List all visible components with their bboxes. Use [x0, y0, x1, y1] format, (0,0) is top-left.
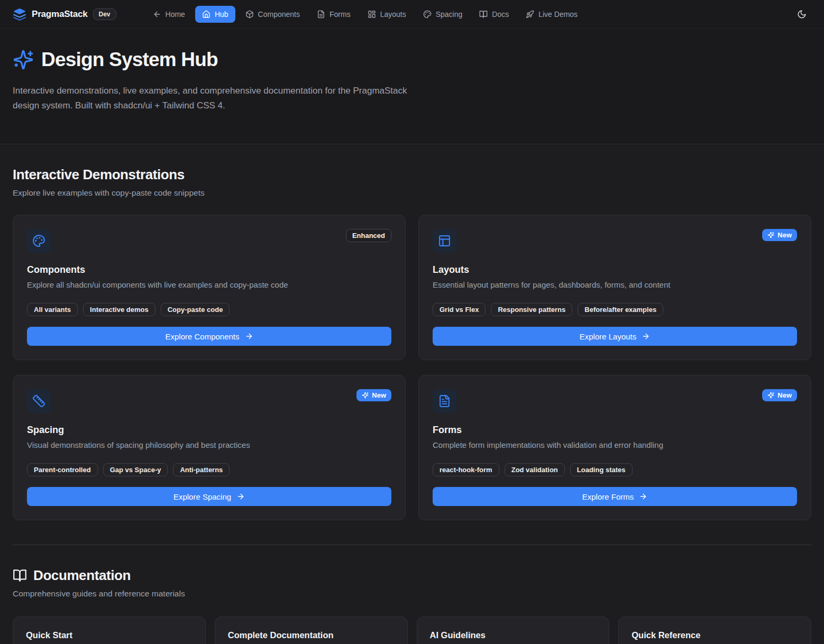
tag-row: All variants Interactive demos Copy-past…	[27, 303, 391, 316]
nav-item-components[interactable]: Components	[239, 6, 307, 23]
doc-card-grid: Quick Start 5-minute crash course Comple…	[13, 617, 811, 644]
nav-item-hub[interactable]: Hub	[195, 6, 235, 23]
explore-forms-button[interactable]: Explore Forms	[433, 487, 797, 506]
layout-grid-icon	[368, 10, 376, 19]
sparkles-icon	[362, 392, 369, 399]
main-content: Interactive Demonstrations Explore live …	[0, 144, 824, 644]
button-label: Explore Components	[165, 332, 239, 341]
moon-icon	[797, 10, 807, 19]
tag: Loading states	[570, 463, 633, 476]
nav-item-label: Live Demos	[538, 10, 578, 19]
explore-components-button[interactable]: Explore Components	[27, 327, 391, 346]
book-open-icon	[479, 10, 488, 19]
rocket-icon	[526, 10, 534, 19]
tag-row: Parent-controlled Gap vs Space-y Anti-pa…	[27, 463, 391, 476]
demo-card-components[interactable]: Enhanced Components Explore all shadcn/u…	[13, 215, 406, 360]
card-title: Forms	[433, 425, 797, 436]
card-title: Spacing	[27, 425, 391, 436]
doc-card-ai-guidelines[interactable]: AI Guidelines Rules for AI code generati…	[417, 617, 610, 644]
card-title: Components	[27, 264, 391, 275]
file-text-icon	[433, 389, 456, 413]
nav-item-label: Home	[166, 10, 185, 19]
arrow-right-icon	[639, 492, 647, 501]
demo-card-layouts[interactable]: New Layouts Essential layout patterns fo…	[418, 215, 811, 360]
tag: Anti-patterns	[173, 463, 230, 476]
tag: Zod validation	[505, 463, 565, 476]
nav-item-label: Components	[258, 10, 300, 19]
nav-item-label: Docs	[492, 10, 509, 19]
card-title: Quick Start	[26, 630, 193, 640]
panels-layout-icon	[433, 229, 456, 253]
tag: Gap vs Space-y	[103, 463, 168, 476]
arrow-left-icon	[153, 10, 161, 19]
button-label: Explore Spacing	[173, 492, 231, 501]
package-icon	[245, 10, 254, 19]
demos-heading: Interactive Demonstrations	[13, 167, 811, 183]
file-text-icon	[317, 10, 325, 19]
card-description: Essential layout patterns for pages, das…	[433, 280, 797, 289]
env-badge: Dev	[93, 8, 116, 20]
book-open-icon	[13, 568, 27, 583]
tag-row: Grid vs Flex Responsive patterns Before/…	[433, 303, 797, 316]
demo-card-spacing[interactable]: New Spacing Visual demonstrations of spa…	[13, 375, 406, 520]
doc-card-quick-start[interactable]: Quick Start 5-minute crash course	[13, 617, 206, 644]
top-nav: PragmaStack Dev Home Hub Components Fo	[0, 0, 824, 29]
demos-subheading: Explore live examples with copy-paste co…	[13, 188, 811, 198]
house-icon	[202, 10, 210, 19]
explore-layouts-button[interactable]: Explore Layouts	[433, 327, 797, 346]
nav-item-spacing[interactable]: Spacing	[416, 6, 470, 23]
palette-icon	[423, 10, 432, 19]
nav-item-forms[interactable]: Forms	[310, 6, 358, 23]
tag: Interactive demos	[83, 303, 155, 316]
tag: Before/after examples	[578, 303, 663, 316]
sparkles-icon	[767, 392, 774, 399]
nav-item-label: Spacing	[436, 10, 463, 19]
badge-label: New	[372, 391, 386, 399]
badge-label: New	[777, 231, 792, 239]
arrow-right-icon	[245, 332, 253, 341]
card-description: Complete form implementations with valid…	[433, 440, 797, 449]
nav-item-live-demos[interactable]: Live Demos	[519, 6, 584, 23]
new-badge: New	[762, 389, 797, 401]
card-title: AI Guidelines	[430, 630, 597, 640]
doc-card-complete-documentation[interactable]: Complete Documentation Full design syste…	[215, 617, 408, 644]
explore-spacing-button[interactable]: Explore Spacing	[27, 487, 391, 506]
status-badge: Enhanced	[346, 229, 391, 242]
brand-name: PragmaStack	[32, 9, 88, 20]
docs-subheading: Comprehensive guides and reference mater…	[13, 589, 811, 599]
demo-card-forms[interactable]: New Forms Complete form implementations …	[418, 375, 811, 520]
card-title: Complete Documentation	[228, 630, 395, 640]
tag: Copy-paste code	[161, 303, 230, 316]
tag-row: react-hook-form Zod validation Loading s…	[433, 463, 797, 476]
sparkles-icon	[13, 49, 34, 70]
tag: Parent-controlled	[27, 463, 98, 476]
nav-item-label: Forms	[329, 10, 351, 19]
page-title: Design System Hub	[41, 49, 218, 71]
nav-item-docs[interactable]: Docs	[472, 6, 516, 23]
tag: Grid vs Flex	[433, 303, 486, 316]
nav-item-label: Layouts	[380, 10, 406, 19]
nav-item-label: Hub	[215, 10, 228, 19]
card-title: Layouts	[433, 264, 797, 275]
theme-toggle-button[interactable]	[792, 5, 811, 24]
brand[interactable]: PragmaStack Dev	[13, 7, 116, 21]
tag: react-hook-form	[433, 463, 499, 476]
nav-items: Home Hub Components Forms Layouts	[146, 6, 788, 23]
sparkles-icon	[767, 232, 774, 238]
button-label: Explore Forms	[582, 492, 634, 501]
section-divider	[13, 545, 811, 545]
doc-card-quick-reference[interactable]: Quick Reference Cheat sheet for lookups	[618, 617, 811, 644]
new-badge: New	[762, 229, 797, 241]
page-subtitle: Interactive demonstrations, live example…	[13, 84, 409, 113]
arrow-right-icon	[642, 332, 650, 341]
ruler-icon	[27, 389, 51, 413]
palette-icon	[27, 229, 51, 253]
arrow-right-icon	[236, 492, 245, 501]
tag: Responsive patterns	[491, 303, 572, 316]
nav-item-home[interactable]: Home	[146, 6, 192, 23]
card-description: Visual demonstrations of spacing philoso…	[27, 440, 391, 449]
nav-item-layouts[interactable]: Layouts	[361, 6, 413, 23]
new-badge: New	[356, 389, 391, 401]
card-description: Explore all shadcn/ui components with li…	[27, 280, 391, 289]
docs-heading: Documentation	[33, 567, 131, 584]
